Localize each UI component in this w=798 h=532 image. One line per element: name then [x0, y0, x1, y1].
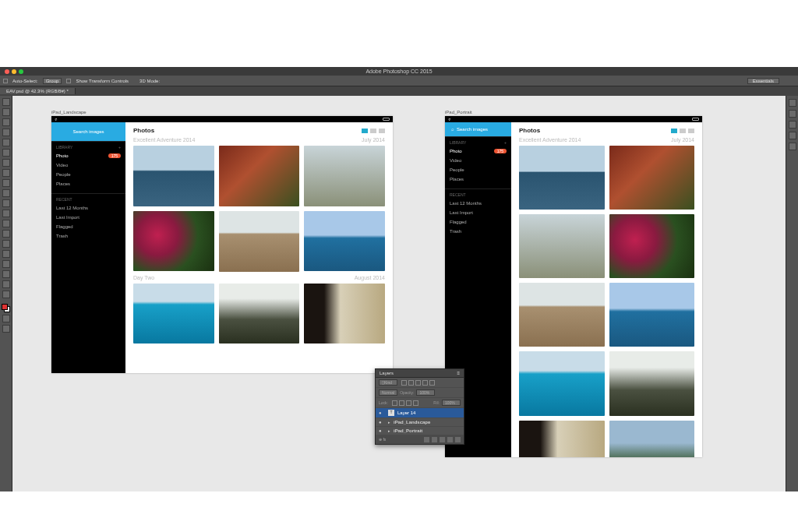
type-tool[interactable]	[2, 250, 10, 258]
auto-select-dropdown[interactable]: Group	[43, 78, 62, 84]
move-tool[interactable]	[2, 98, 10, 106]
shape-tool[interactable]	[2, 270, 10, 278]
sidebar-item-trash[interactable]: Trash	[445, 227, 511, 236]
filter-shape-icon[interactable]	[422, 380, 428, 386]
hand-tool[interactable]	[2, 280, 10, 288]
brush-tool[interactable]	[2, 169, 10, 177]
artboard-landscape[interactable]: ᯤ Search images LIBRARY+ Photo175 Video …	[51, 116, 393, 373]
minimize-button[interactable]	[12, 69, 16, 74]
new-layer-icon[interactable]	[447, 437, 453, 442]
list-view-icon[interactable]	[370, 129, 376, 133]
grid-view-icon[interactable]	[362, 129, 368, 133]
expand-icon[interactable]: ▸	[388, 420, 390, 425]
lock-all-icon[interactable]	[413, 400, 418, 406]
eyedropper-tool[interactable]	[2, 149, 10, 157]
quickmask-tool[interactable]	[2, 315, 10, 322]
photo-thumb[interactable]	[609, 421, 695, 458]
visibility-icon[interactable]: ●	[379, 410, 385, 415]
zoom-tool[interactable]	[2, 291, 10, 298]
panel-menu-icon[interactable]: ≡	[457, 371, 460, 375]
lock-pixels-icon[interactable]	[399, 400, 404, 406]
adjustments-panel-icon[interactable]	[789, 121, 796, 129]
marquee-tool[interactable]	[2, 108, 10, 116]
photo-thumb[interactable]	[519, 146, 605, 210]
sidebar-item-people[interactable]: People	[445, 165, 511, 174]
photo-thumb[interactable]	[519, 214, 605, 278]
photo-thumb[interactable]	[133, 284, 214, 344]
wand-tool[interactable]	[2, 129, 10, 136]
new-group-icon[interactable]	[440, 437, 445, 442]
add-icon[interactable]: +	[504, 140, 507, 145]
search-button[interactable]: Search images	[51, 122, 125, 141]
screenmode-tool[interactable]	[2, 325, 10, 333]
photo-thumb[interactable]	[609, 214, 695, 278]
photo-thumb[interactable]	[519, 283, 605, 347]
gradient-tool[interactable]	[2, 210, 10, 217]
layer-row[interactable]: ● T Layer 14	[376, 408, 464, 418]
sidebar-item-people[interactable]: People	[51, 170, 125, 179]
document-tab[interactable]: EAV.psd @ 42.3% (RGB/8#) *	[0, 88, 76, 94]
search-button[interactable]: ⌕ Search images	[445, 122, 511, 136]
grid-view-icon[interactable]	[671, 129, 677, 133]
photo-thumb[interactable]	[133, 146, 214, 206]
auto-select-checkbox[interactable]	[3, 79, 8, 83]
expand-icon[interactable]: ▸	[388, 428, 390, 433]
visibility-icon[interactable]: ●	[379, 420, 385, 425]
photo-thumb[interactable]	[304, 146, 385, 206]
photo-thumb[interactable]	[219, 211, 300, 272]
opacity-input[interactable]: 100%	[416, 389, 435, 396]
sidebar-item-lastimport[interactable]: Last Import	[445, 208, 511, 217]
swatches-panel-icon[interactable]	[789, 110, 796, 118]
photo-thumb[interactable]	[609, 146, 695, 210]
sidebar-item-trash[interactable]: Trash	[51, 231, 125, 241]
show-transform-checkbox[interactable]	[66, 79, 71, 83]
pen-tool[interactable]	[2, 240, 10, 248]
detail-view-icon[interactable]	[688, 129, 694, 133]
photo-thumb[interactable]	[219, 284, 300, 344]
photo-thumb[interactable]	[304, 211, 385, 272]
sidebar-item-places[interactable]: Places	[51, 179, 125, 188]
photo-thumb[interactable]	[519, 351, 605, 415]
history-brush-tool[interactable]	[2, 189, 10, 197]
path-tool[interactable]	[2, 260, 10, 268]
photo-thumb[interactable]	[133, 211, 214, 272]
artboard-label-portrait[interactable]: iPad_Portrait	[445, 110, 472, 115]
layer-row[interactable]: ● ▸ iPad_Portrait	[376, 427, 464, 435]
link-layers-icon[interactable]	[424, 437, 429, 442]
sidebar-item-flagged[interactable]: Flagged	[445, 217, 511, 227]
artboard-label-landscape[interactable]: iPad_Landscape	[51, 110, 87, 115]
filter-pixel-icon[interactable]	[401, 380, 407, 386]
visibility-icon[interactable]: ●	[379, 428, 385, 433]
lock-transparency-icon[interactable]	[392, 400, 397, 406]
add-icon[interactable]: +	[118, 145, 121, 150]
canvas[interactable]: iPad_Landscape ᯤ Search images LIBRARY+ …	[12, 96, 786, 491]
close-button[interactable]	[5, 69, 9, 74]
list-view-icon[interactable]	[680, 129, 686, 133]
blend-mode-select[interactable]: Normal	[379, 389, 397, 396]
zoom-button[interactable]	[19, 69, 23, 74]
workspace-switcher[interactable]: Essentials	[747, 78, 779, 84]
layers-panel-icon[interactable]	[789, 143, 796, 150]
layers-tab[interactable]: Layers≡	[376, 369, 464, 378]
sidebar-item-places[interactable]: Places	[445, 174, 511, 184]
artboard-portrait[interactable]: ᯤ ⌕ Search images LIBRARY+ Photo175 Vide…	[445, 116, 702, 457]
heal-tool[interactable]	[2, 159, 10, 167]
color-panel-icon[interactable]	[789, 99, 796, 107]
filter-type-icon[interactable]	[415, 380, 421, 386]
photo-thumb[interactable]	[219, 146, 300, 206]
mask-icon[interactable]	[432, 437, 437, 442]
sidebar-item-last12[interactable]: Last 12 Months	[51, 203, 125, 213]
lock-position-icon[interactable]	[406, 400, 411, 406]
photo-thumb[interactable]	[519, 421, 605, 458]
fill-input[interactable]: 100%	[442, 400, 461, 406]
dodge-tool[interactable]	[2, 230, 10, 238]
eraser-tool[interactable]	[2, 199, 10, 207]
crop-tool[interactable]	[2, 139, 10, 146]
styles-panel-icon[interactable]	[789, 132, 796, 139]
filter-kind-select[interactable]: ⎕Kind	[379, 379, 397, 386]
filter-smart-icon[interactable]	[429, 380, 435, 386]
sidebar-item-lastimport[interactable]: Last Import	[51, 213, 125, 222]
stamp-tool[interactable]	[2, 179, 10, 187]
blur-tool[interactable]	[2, 220, 10, 227]
filter-adjust-icon[interactable]	[408, 380, 414, 386]
